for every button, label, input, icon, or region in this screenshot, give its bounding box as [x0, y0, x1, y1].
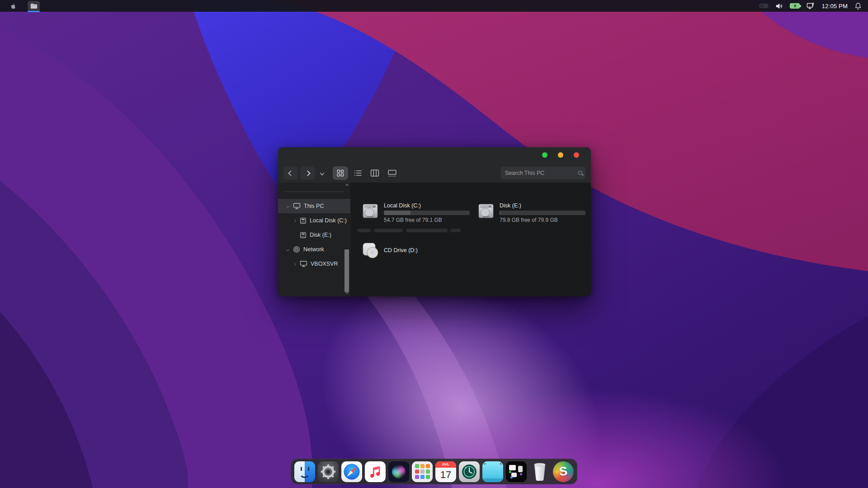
- sidebar-item-label: VBOXSVR: [311, 261, 338, 267]
- minimize-button[interactable]: [558, 152, 563, 158]
- drive-details: 54.7 GB free of 79.1 GB: [384, 217, 470, 223]
- stickies-icon[interactable]: [482, 461, 503, 482]
- drive-name: Disk (E:): [500, 202, 585, 209]
- safari-icon[interactable]: [341, 461, 362, 482]
- back-button[interactable]: [283, 166, 298, 180]
- launchpad-icon[interactable]: [412, 461, 433, 482]
- sidebar-item-disk-e[interactable]: Disk (E:): [278, 228, 350, 242]
- drive-tile-cd-d[interactable]: CD Drive (D:): [362, 239, 473, 261]
- file-explorer-window: This PC Local Disk (C:): [278, 147, 591, 296]
- calendar-icon[interactable]: JUL 17: [435, 461, 456, 482]
- recent-locations-button[interactable]: [321, 172, 324, 175]
- sidebar-item-local-disk-c[interactable]: Local Disk (C:): [278, 213, 350, 228]
- calendar-day: 17: [435, 468, 456, 482]
- active-app-indicator: [28, 11, 40, 12]
- list-view-icon: [354, 169, 362, 177]
- system-preferences-icon[interactable]: [318, 461, 339, 482]
- hard-drive-icon: [362, 202, 379, 220]
- sidebar-item-vboxsvr[interactable]: VBOXSVR: [278, 257, 350, 271]
- chevron-right-icon: [305, 170, 311, 176]
- hard-drive-icon: [477, 202, 495, 220]
- forward-button[interactable]: [300, 166, 315, 180]
- window-manager-icon[interactable]: [506, 461, 527, 482]
- file-list: Local Disk (C:) 54.7 GB free of 79.1 GB: [350, 183, 591, 296]
- folder-icon: [30, 3, 38, 9]
- time-machine-icon[interactable]: [459, 461, 480, 482]
- notification-bell-icon[interactable]: [854, 2, 862, 10]
- sidebar-item-this-pc[interactable]: This PC: [278, 199, 350, 213]
- sidebar-scrollbar: [344, 183, 349, 296]
- sidebar-item-label: Network: [303, 246, 324, 253]
- drive-name: CD Drive (D:): [384, 247, 418, 254]
- sidebar-item-label: Local Disk (C:): [310, 217, 347, 224]
- clock[interactable]: 12:05 PM: [822, 3, 848, 9]
- volume-icon[interactable]: [775, 3, 783, 9]
- gallery-view-button[interactable]: [384, 166, 400, 180]
- dock: JUL 17: [291, 459, 577, 484]
- columns-view-icon: [370, 169, 379, 177]
- chevron-left-icon: [288, 170, 294, 176]
- columns-view-button[interactable]: [367, 166, 382, 180]
- finder-icon[interactable]: [294, 461, 315, 482]
- music-icon[interactable]: [365, 461, 386, 482]
- theme-app-icon[interactable]: S: [553, 461, 574, 482]
- icons-view-icon: [336, 169, 344, 177]
- chevron-down-icon: [320, 171, 325, 175]
- icons-view-button[interactable]: [333, 166, 348, 180]
- scroll-up-arrow[interactable]: [345, 184, 349, 188]
- zoom-button[interactable]: [542, 152, 547, 158]
- network-display-icon[interactable]: [807, 2, 815, 10]
- drive-icon: [300, 217, 307, 224]
- system-tray: 12:05 PM: [759, 2, 862, 10]
- calendar-month: JUL: [435, 461, 456, 468]
- view-switcher: [333, 166, 400, 180]
- drive-details: 79.8 GB free of 79.9 GB: [500, 217, 585, 223]
- expander-down-icon[interactable]: [285, 205, 290, 207]
- network-icon: [293, 246, 300, 253]
- drive-name: Local Disk (C:): [384, 202, 470, 209]
- sidebar-divider: [284, 192, 344, 192]
- scrollbar-thumb[interactable]: [344, 249, 349, 292]
- trash-icon[interactable]: [529, 461, 550, 482]
- traffic-lights: [542, 152, 579, 158]
- sidebar-item-label: Disk (E:): [310, 232, 331, 238]
- sidebar-item-network[interactable]: Network: [278, 242, 350, 257]
- sidebar-item-label: This PC: [304, 203, 324, 209]
- search-icon: [578, 170, 584, 176]
- navigation-pane: This PC Local Disk (C:): [278, 183, 350, 296]
- desktop: 12:05 PM: [0, 0, 868, 488]
- computer-icon: [300, 261, 307, 267]
- expander-right-icon[interactable]: [292, 220, 297, 222]
- close-button[interactable]: [574, 152, 579, 158]
- hidden-items-pill-icon[interactable]: [759, 4, 769, 8]
- cd-drive-icon: [362, 242, 379, 259]
- drive-tile-local-disk-c[interactable]: Local Disk (C:) 54.7 GB free of 79.1 GB: [362, 202, 473, 224]
- scroll-down-arrow[interactable]: [345, 291, 349, 295]
- search-box: [500, 167, 585, 179]
- computer-icon: [293, 203, 301, 209]
- expander-right-icon[interactable]: [292, 263, 297, 265]
- gallery-view-icon: [387, 169, 397, 177]
- window-body: This PC Local Disk (C:): [278, 183, 591, 296]
- active-app-button[interactable]: [28, 1, 40, 11]
- apple-menu-icon[interactable]: [10, 2, 17, 10]
- expander-down-icon[interactable]: [285, 249, 290, 251]
- capacity-bar: [500, 211, 585, 215]
- toolbar: [283, 165, 585, 181]
- menu-bar: 12:05 PM: [0, 0, 868, 12]
- siri-icon[interactable]: [388, 461, 409, 482]
- search-input[interactable]: [505, 170, 578, 176]
- drive-icon: [300, 232, 307, 239]
- battery-charging-icon[interactable]: [790, 3, 800, 9]
- list-view-button[interactable]: [350, 166, 365, 180]
- selection-artifact: [357, 229, 461, 232]
- drive-tile-disk-e[interactable]: Disk (E:) 79.8 GB free of 79.9 GB: [477, 202, 589, 224]
- capacity-bar: [384, 211, 470, 215]
